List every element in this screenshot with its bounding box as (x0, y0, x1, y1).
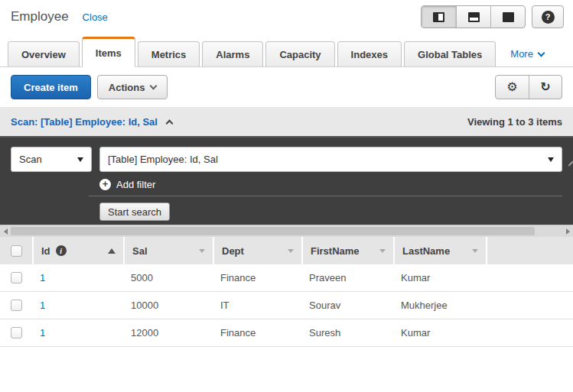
column-header-id[interactable]: Id i (32, 237, 123, 264)
settings-button[interactable]: ⚙ (496, 76, 529, 99)
cell-empty (486, 319, 573, 347)
help-button[interactable]: ? (532, 5, 564, 28)
plus-icon: + (99, 179, 111, 190)
tab-capacity[interactable]: Capacity (265, 41, 334, 66)
add-filter-button[interactable]: + Add filter (99, 179, 155, 190)
chevron-up-icon (165, 119, 173, 127)
split-right-pane-icon (433, 12, 444, 22)
items-toolbar: Create item Actions ⚙ ↻ (0, 67, 573, 107)
column-header-empty (486, 237, 573, 264)
refresh-icon: ↻ (540, 81, 550, 93)
select-caret-icon (548, 157, 554, 162)
column-header-lastname[interactable]: LastName (393, 237, 486, 264)
tab-alarms[interactable]: Alarms (202, 41, 263, 66)
help-icon: ? (542, 11, 555, 24)
layout-split-right-button[interactable] (422, 6, 456, 28)
operation-select[interactable]: Scan (11, 147, 92, 172)
column-menu-icon[interactable] (472, 249, 478, 253)
scan-filter-panel: Scan [Table] Employee: Id, Sal + Add fil… (0, 136, 573, 225)
arrow-right-icon (566, 228, 570, 235)
refresh-button[interactable]: ↻ (529, 76, 562, 99)
column-header-sal[interactable]: Sal (123, 237, 213, 264)
select-caret-icon (77, 157, 83, 162)
horizontal-scrollbar (0, 225, 573, 237)
tab-overview[interactable]: Overview (8, 41, 80, 66)
cell-lastname: Mukherjee (393, 292, 486, 319)
sort-ascending-icon (108, 248, 116, 254)
gear-icon: ⚙ (506, 81, 517, 93)
items-table-header: Id i Sal Dept FirstName LastName (0, 237, 573, 264)
scan-summary-bar: Scan: [Table] Employee: Id, Sal Viewing … (0, 107, 573, 136)
scrollbar-thumb[interactable] (11, 227, 535, 235)
scroll-left-button[interactable] (0, 225, 11, 237)
cell-lastname: Kumar (393, 319, 486, 347)
info-icon[interactable]: i (56, 245, 67, 256)
row-checkbox[interactable] (11, 327, 22, 339)
close-link[interactable]: Close (83, 11, 108, 23)
tab-indexes[interactable]: Indexes (337, 41, 402, 66)
scan-target-select[interactable]: [Table] Employee: Id, Sal (99, 147, 562, 172)
dynamodb-items-page: Employee Close ? Overview Items Metrics … (0, 0, 573, 392)
cell-firstname: Suresh (301, 319, 393, 347)
cell-dept: Finance (213, 264, 301, 292)
resize-grip-icon[interactable] (565, 157, 573, 166)
page-header: Employee Close ? (0, 0, 573, 34)
table-row: 1 12000 Finance Suresh Kumar (0, 319, 573, 347)
actions-dropdown-button[interactable]: Actions (97, 75, 168, 99)
tab-metrics[interactable]: Metrics (138, 41, 200, 66)
tab-bar: Overview Items Metrics Alarms Capacity I… (0, 34, 573, 67)
create-item-button[interactable]: Create item (11, 75, 91, 99)
chevron-down-icon (150, 83, 158, 90)
page-title: Employee (11, 9, 69, 24)
cell-sal: 10000 (123, 292, 213, 319)
scroll-right-button[interactable] (562, 225, 573, 237)
cell-lastname: Kumar (393, 264, 486, 292)
cell-sal: 12000 (123, 319, 213, 347)
scan-controls-row: Scan [Table] Employee: Id, Sal (11, 147, 562, 172)
row-checkbox[interactable] (11, 272, 22, 283)
scan-summary-toggle[interactable]: Scan: [Table] Employee: Id, Sal (11, 116, 172, 128)
column-header-firstname[interactable]: FirstName (301, 237, 393, 264)
item-id-link[interactable]: 1 (40, 272, 45, 283)
start-search-button[interactable]: Start search (99, 202, 170, 221)
layout-toggle-group (421, 5, 526, 28)
full-pane-icon (503, 12, 514, 22)
cell-dept: Finance (213, 319, 301, 347)
column-menu-icon[interactable] (379, 249, 386, 253)
layout-full-button[interactable] (490, 6, 525, 28)
column-menu-icon[interactable] (288, 249, 294, 253)
column-menu-icon[interactable] (199, 249, 205, 253)
item-id-link[interactable]: 1 (40, 327, 45, 339)
arrow-left-icon (4, 228, 8, 235)
column-header-dept[interactable]: Dept (213, 237, 301, 264)
layout-split-bottom-button[interactable] (456, 6, 490, 28)
filter-divider (89, 196, 562, 196)
split-bottom-pane-icon (468, 12, 480, 22)
table-row: 1 10000 IT Sourav Mukherjee (0, 292, 573, 319)
table-row: 1 5000 Finance Praveen Kumar (0, 264, 573, 292)
cell-sal: 5000 (123, 264, 213, 292)
cell-empty (486, 264, 573, 292)
viewing-count-label: Viewing 1 to 3 items (467, 116, 562, 128)
cell-firstname: Sourav (301, 292, 393, 319)
cell-dept: IT (213, 292, 301, 319)
tab-items[interactable]: Items (82, 37, 135, 67)
cell-empty (486, 292, 573, 319)
tab-more-menu[interactable]: More (510, 48, 544, 60)
row-checkbox[interactable] (11, 300, 22, 311)
item-id-link[interactable]: 1 (40, 300, 45, 311)
cell-firstname: Praveen (301, 264, 393, 292)
tab-global-tables[interactable]: Global Tables (404, 41, 496, 66)
select-all-cell (0, 237, 32, 264)
select-all-checkbox[interactable] (11, 245, 22, 257)
chevron-down-icon (537, 49, 545, 57)
table-tools-group: ⚙ ↻ (495, 75, 562, 99)
